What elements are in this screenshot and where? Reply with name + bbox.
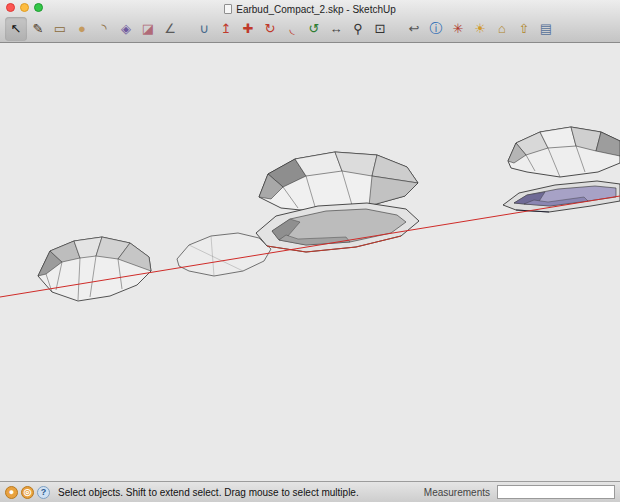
model-right-lid[interactable] [508,127,620,177]
model-flat-face[interactable] [177,233,271,276]
get-models-tool-icon[interactable]: ⌂ [491,17,513,41]
select-tool-icon[interactable]: ↖ [5,17,27,41]
window-title: Earbud_Compact_2.skp - SketchUp [236,2,396,17]
axes-tool-icon[interactable]: ✳ [447,17,469,41]
window-header: Earbud_Compact_2.skp - SketchUp ↖✎▭●◝◈◪∠… [0,0,620,43]
model-left-shell[interactable] [38,237,151,301]
help-icon[interactable]: ? [37,486,50,499]
traffic-lights [6,3,43,12]
layers-tool-icon[interactable]: ▤ [535,17,557,41]
previous-view-tool-icon[interactable]: ↩ [403,17,425,41]
eraser-tool-icon[interactable]: ◪ [137,17,159,41]
zoom-button[interactable] [34,3,43,12]
statusbar: ●◎? Select objects. Shift to extend sele… [0,481,620,502]
status-message: Select objects. Shift to extend select. … [58,487,359,498]
sketchup-window: Earbud_Compact_2.skp - SketchUp ↖✎▭●◝◈◪∠… [0,0,620,502]
minimize-button[interactable] [20,3,29,12]
measurements-input[interactable] [497,485,615,499]
arc-tool-icon[interactable]: ◝ [93,17,115,41]
model-tray[interactable] [256,203,419,252]
model-lid[interactable] [259,152,418,212]
orbit-tool-icon[interactable]: ↺ [303,17,325,41]
push-pull-tool-icon[interactable]: ↥ [215,17,237,41]
model-info-tool-icon[interactable]: ⓘ [425,17,447,41]
titlebar[interactable]: Earbud_Compact_2.skp - SketchUp [0,0,620,15]
status-icons: ●◎? [5,486,50,499]
move-tool-icon[interactable]: ✚ [237,17,259,41]
model-right-tray[interactable] [503,181,620,212]
line-tool-icon[interactable]: ✎ [27,17,49,41]
paint-bucket-tool-icon[interactable]: ∪ [193,17,215,41]
rectangle-tool-icon[interactable]: ▭ [49,17,71,41]
measurements-label: Measurements [424,487,490,498]
document-proxy-icon [224,4,232,14]
share-model-tool-icon[interactable]: ⇧ [513,17,535,41]
viewport-canvas[interactable] [0,44,620,481]
circle-tool-icon[interactable]: ● [71,17,93,41]
rotate-tool-icon[interactable]: ↻ [259,17,281,41]
make-component-tool-icon[interactable]: ◈ [115,17,137,41]
zoom-extents-tool-icon[interactable]: ⊡ [369,17,391,41]
pan-tool-icon[interactable]: ↔ [325,17,347,41]
shadows-tool-icon[interactable]: ☀ [469,17,491,41]
tape-measure-tool-icon[interactable]: ∠ [159,17,181,41]
offset-tool-icon[interactable]: ◟ [281,17,303,41]
modeling-viewport[interactable] [0,44,620,481]
credits-status-icon[interactable]: ◎ [21,486,34,499]
zoom-tool-icon[interactable]: ⚲ [347,17,369,41]
toolbar-tools: ↖✎▭●◝◈◪∠∪↥✚↻◟↺↔⚲⊡↩ⓘ✳☀⌂⇧▤ [0,15,620,43]
geolocation-status-icon[interactable]: ● [5,486,18,499]
window-title-wrap: Earbud_Compact_2.skp - SketchUp [224,2,396,17]
close-button[interactable] [6,3,15,12]
